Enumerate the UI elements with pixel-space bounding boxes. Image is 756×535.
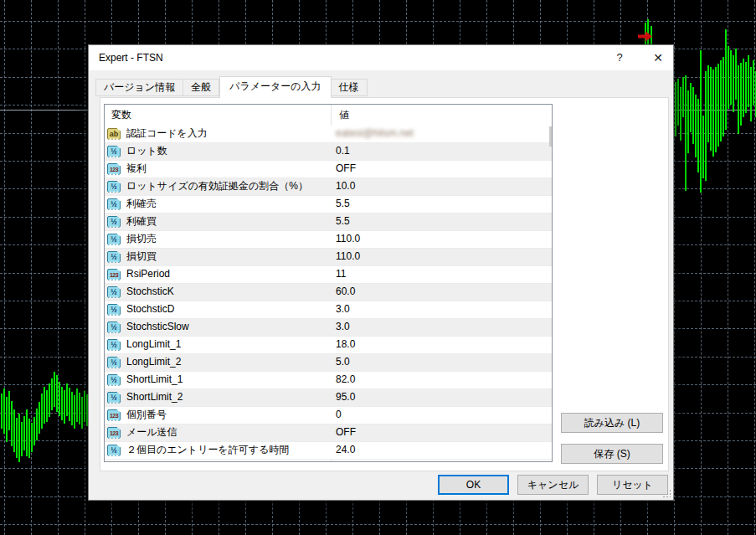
ok-button[interactable]: OK (438, 475, 509, 495)
parameter-value[interactable]: eatest@hilsm.net (336, 126, 414, 141)
table-row[interactable]: ab認証コードを入力eatest@hilsm.net (105, 126, 552, 143)
double-type-icon: ½ (107, 198, 121, 210)
help-button[interactable]: ? (605, 45, 634, 70)
integer-type-icon: 123 (107, 427, 121, 439)
double-type-icon: ½ (107, 357, 121, 368)
parameter-name: ２個目のエントリーを許可する時間 (126, 442, 289, 458)
metatrader-chart-background: Expert - FTSN ? ✕ バージョン情報全般パラメーターの入力仕様 変… (0, 0, 756, 535)
table-row[interactable]: ½ロットサイズの有効証拠金の割合（%）10.0 (105, 178, 552, 196)
parameter-name: LongLimit_1 (126, 337, 181, 352)
parameters-tab-page: 変数 値 ab認証コードを入力eatest@hilsm.net½ロット数0.11… (100, 97, 669, 471)
parameter-value[interactable]: 3.0 (336, 319, 350, 335)
parameter-value[interactable]: 10.0 (336, 178, 355, 194)
expert-settings-dialog: Expert - FTSN ? ✕ バージョン情報全般パラメーターの入力仕様 変… (88, 44, 674, 501)
parameter-value[interactable]: 110.0 (336, 231, 360, 247)
table-row[interactable]: 123個別番号0 (105, 407, 552, 424)
parameter-name: RsiPeriod (126, 266, 170, 282)
double-type-icon: ½ (107, 146, 121, 157)
parameter-name: 利確売 (126, 196, 157, 212)
table-row[interactable]: ½損切買110.0 (105, 249, 552, 266)
parameter-value[interactable]: 5.5 (336, 196, 350, 212)
dialog-titlebar[interactable]: Expert - FTSN ? ✕ (89, 45, 673, 70)
parameter-value[interactable]: OFF (336, 424, 356, 440)
double-type-icon: ½ (107, 216, 121, 228)
parameter-name: ShortLimit_1 (126, 372, 183, 388)
parameter-value[interactable]: 5.0 (336, 354, 350, 370)
table-row[interactable]: ½LongLimit_25.0 (105, 354, 552, 372)
parameter-name: メール送信 (126, 424, 177, 440)
double-type-icon: ½ (107, 286, 121, 298)
table-row[interactable]: ½利確売5.5 (105, 196, 552, 213)
table-row[interactable]: ½ShortLimit_182.0 (105, 372, 552, 389)
parameter-value[interactable]: OFF (336, 161, 356, 177)
parameter-value[interactable]: 24.0 (336, 442, 355, 458)
integer-type-icon: 123 (107, 269, 121, 280)
save-button[interactable]: 保存 (S) (561, 444, 663, 464)
parameter-name: 認証コードを入力 (126, 126, 208, 141)
table-scrollbar[interactable] (549, 126, 552, 147)
integer-type-icon: 123 (107, 163, 121, 175)
double-type-icon: ½ (107, 234, 121, 245)
parameter-value[interactable]: 0 (336, 407, 342, 423)
parameter-value[interactable]: 5.5 (336, 213, 350, 229)
table-row[interactable]: ½損切売110.0 (105, 231, 552, 249)
close-icon[interactable]: ✕ (644, 45, 672, 70)
tab-3[interactable]: 仕様 (332, 79, 368, 96)
double-type-icon: ½ (107, 392, 121, 404)
dialog-title: Expert - FTSN (99, 45, 163, 70)
parameter-name: ロットサイズの有効証拠金の割合（%） (126, 178, 308, 194)
table-row[interactable]: 123複利OFF (105, 161, 552, 178)
parameter-value[interactable]: 110.0 (336, 249, 360, 265)
table-row[interactable]: ½２個目のエントリーを許可する時間24.0 (105, 442, 552, 460)
column-header-variable: 変数 (111, 105, 131, 126)
parameter-value[interactable]: 95.0 (336, 389, 355, 405)
tab-1[interactable]: 全般 (183, 79, 219, 96)
table-rows: ab認証コードを入力eatest@hilsm.net½ロット数0.1123複利O… (105, 126, 552, 460)
double-type-icon: ½ (107, 322, 121, 333)
tab-strip: バージョン情報全般パラメーターの入力仕様 (95, 76, 368, 98)
double-type-icon: ½ (107, 181, 121, 193)
parameter-value[interactable]: 0.1 (336, 143, 350, 159)
table-row[interactable]: ½ShortLimit_295.0 (105, 389, 552, 407)
load-button[interactable]: 読み込み (L) (561, 413, 663, 433)
double-type-icon: ½ (107, 251, 121, 263)
parameter-value[interactable]: 82.0 (336, 372, 355, 388)
integer-type-icon: 123 (107, 409, 121, 421)
table-header: 変数 値 (105, 105, 552, 126)
table-row[interactable]: ½利確買5.5 (105, 213, 552, 231)
table-row[interactable]: ½LongLimit_118.0 (105, 337, 552, 354)
table-row[interactable]: ½StochsticSlow3.0 (105, 319, 552, 337)
table-row[interactable]: ½StochsticD3.0 (105, 301, 552, 319)
reset-button[interactable]: リセット (597, 475, 668, 495)
parameter-name: 複利 (126, 161, 147, 177)
cancel-button[interactable]: キャンセル (517, 475, 589, 495)
column-header-value: 値 (339, 105, 349, 126)
parameter-name: StochsticSlow (126, 319, 189, 335)
parameter-name: 利確買 (126, 213, 157, 229)
parameter-name: StochsticD (126, 301, 174, 317)
tab-2[interactable]: パラメーターの入力 (219, 76, 331, 98)
parameter-name: ロット数 (126, 143, 167, 159)
parameter-name: 損切買 (126, 249, 157, 265)
parameter-name: 個別番号 (126, 407, 167, 423)
table-row[interactable]: 123メール送信OFF (105, 424, 552, 442)
parameter-value[interactable]: 3.0 (336, 301, 350, 317)
tab-0[interactable]: バージョン情報 (95, 79, 183, 96)
text-type-icon: ab (107, 128, 121, 140)
parameter-name: 損切売 (126, 231, 157, 247)
parameters-table: 変数 値 ab認証コードを入力eatest@hilsm.net½ロット数0.11… (104, 104, 553, 462)
parameter-name: LongLimit_2 (126, 354, 181, 370)
table-row[interactable]: 123RsiPeriod11 (105, 266, 552, 284)
double-type-icon: ½ (107, 374, 121, 386)
parameter-value[interactable]: 60.0 (336, 284, 355, 300)
table-row[interactable]: ½ロット数0.1 (105, 143, 552, 161)
double-type-icon: ½ (107, 339, 121, 351)
parameter-value[interactable]: 11 (336, 266, 346, 282)
table-row[interactable]: ½StochsticK60.0 (105, 284, 552, 301)
parameter-name: ShortLimit_2 (126, 389, 183, 405)
parameter-name: StochsticK (126, 284, 174, 300)
parameter-value[interactable]: 18.0 (336, 337, 355, 352)
double-type-icon: ½ (107, 445, 121, 456)
double-type-icon: ½ (107, 304, 121, 316)
